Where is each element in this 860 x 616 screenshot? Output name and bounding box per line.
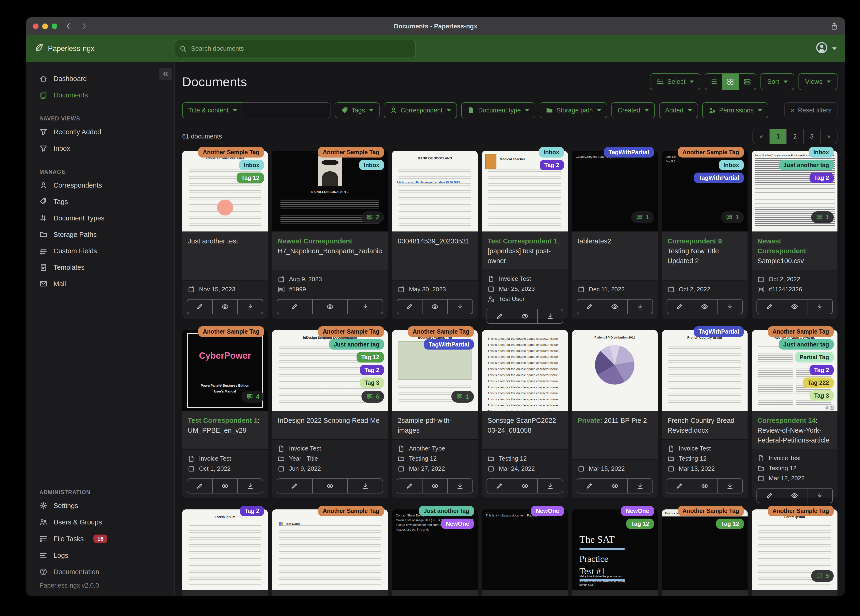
document-thumbnail[interactable]: Lorem ipsum (182, 509, 268, 590)
search-input[interactable] (175, 40, 416, 57)
tag-badge[interactable]: TagWithPartial (694, 326, 744, 337)
sidebar-item-templates[interactable]: Templates (26, 259, 174, 276)
document-card[interactable]: BANK OF SCOTLAND2,0 % p. a. auf Ihr Tage… (392, 151, 478, 319)
document-title[interactable]: 2sample-pdf-with-images (392, 411, 478, 440)
minimize-window-button[interactable] (42, 24, 48, 29)
comments-badge[interactable]: 1 (811, 211, 834, 223)
tag-badge[interactable]: Tag 12 (237, 173, 264, 183)
document-thumbnail[interactable]: This is a test for the double space char… (482, 330, 568, 411)
download-button[interactable] (448, 479, 473, 493)
tag-badge[interactable]: Another Sample Tag (318, 147, 384, 157)
user-menu[interactable] (815, 41, 836, 56)
sidebar-item-settings[interactable]: Settings (26, 497, 174, 514)
comments-badge[interactable]: 2 (361, 211, 384, 223)
sidebar-item-documentation[interactable]: Documentation (26, 564, 174, 580)
download-button[interactable] (538, 309, 563, 323)
back-icon[interactable] (64, 22, 73, 30)
download-button[interactable] (538, 479, 563, 493)
document-thumbnail[interactable]: BANK OF SCOTLAND2,0 % p. a. auf Ihr Tage… (392, 151, 478, 231)
tag-badge[interactable]: Another Sample Tag (678, 506, 744, 516)
sidebar-item-recently-added[interactable]: Recently Added (26, 124, 174, 140)
download-button[interactable] (348, 479, 383, 493)
view-button[interactable] (692, 300, 717, 314)
download-button[interactable] (238, 300, 263, 314)
tag-badge[interactable]: Tag 12 (626, 519, 654, 529)
tag-badge[interactable]: Tag 2 (360, 365, 384, 376)
edit-button[interactable] (487, 309, 512, 323)
tag-badge[interactable]: NewOne (441, 519, 474, 529)
select-button[interactable]: Select (650, 73, 701, 90)
title-content-filter-input[interactable] (243, 102, 331, 118)
edit-button[interactable] (577, 479, 603, 493)
document-title[interactable]: 0004814539_20230531 (392, 231, 478, 281)
pagination-prev[interactable]: « (753, 129, 770, 144)
document-title[interactable] (272, 590, 388, 596)
document-title[interactable]: Correspondent 9: Testing New Title Updat… (662, 231, 748, 281)
tag-badge[interactable]: Partial Tag (795, 352, 834, 363)
document-card[interactable]: Country,Region/State,"City"TagWithPartia… (572, 151, 658, 319)
sidebar-item-mail[interactable]: Mail (26, 276, 174, 292)
document-card[interactable]: This is a test for the double space char… (482, 330, 568, 498)
list-view-button[interactable] (705, 74, 722, 90)
document-title[interactable] (392, 590, 478, 596)
correspondent-link[interactable]: Correspondent 14 (757, 417, 816, 424)
download-button[interactable] (717, 300, 742, 314)
download-button[interactable] (717, 479, 742, 493)
document-title[interactable]: Private: 2011 BP Pie 2 (572, 411, 658, 460)
pagination-next[interactable]: » (821, 129, 837, 144)
document-card[interactable]: Review of Arbitral AwardsAnother Sample … (752, 330, 838, 498)
correspondent-link[interactable]: Private (578, 417, 600, 424)
tag-badge[interactable]: Just another tag (419, 506, 474, 516)
tag-badge[interactable]: Another Sample Tag (768, 326, 834, 337)
edit-button[interactable] (487, 479, 512, 493)
document-card[interactable]: Serial Number,Company Name,Employee Mark… (752, 151, 838, 319)
sidebar-item-file-tasks[interactable]: File Tasks16 (26, 530, 174, 547)
edit-button[interactable] (667, 300, 692, 314)
document-card[interactable]: The SATPractice Test #1Make time to take… (572, 509, 658, 596)
sidebar-item-custom-fields[interactable]: Custom Fields (26, 243, 174, 259)
download-button[interactable] (348, 300, 383, 314)
document-title[interactable]: tablerates2 (572, 231, 658, 281)
download-button[interactable] (448, 300, 473, 314)
correspondent-link[interactable]: Newest Correspondent (757, 237, 806, 255)
comments-badge[interactable]: 4 (242, 391, 264, 402)
tag-badge[interactable]: Inbox (359, 160, 384, 170)
edit-button[interactable] (187, 479, 213, 493)
document-title[interactable]: Test Correspondent 1: [paperless] test p… (482, 231, 568, 270)
view-button[interactable] (213, 479, 238, 493)
document-thumbnail[interactable]: Patient BP Distribution 2011 (572, 330, 658, 411)
grid-view-button[interactable] (722, 74, 739, 90)
document-card[interactable]: one,1.0 five,5.0Another Sample TagInboxT… (662, 151, 748, 319)
document-thumbnail[interactable]: Test Name (272, 509, 388, 590)
title-content-filter-button[interactable]: Title & content (182, 102, 243, 118)
view-button[interactable] (512, 479, 538, 493)
document-card[interactable]: NAPOLEON BONAPARTEAnother Sample TagInbo… (272, 151, 388, 319)
document-card[interactable]: Lorem ipsumTag 2 (182, 509, 268, 596)
tag-badge[interactable]: Tag 222 (803, 377, 834, 388)
tag-badge[interactable]: Tag 3 (810, 390, 834, 401)
document-type-filter-button[interactable]: Document type (461, 102, 535, 118)
tag-badge[interactable]: Just another tag (779, 339, 834, 350)
tag-badge[interactable]: Tag 2 (540, 160, 564, 170)
document-card[interactable]: This is a testAnother Sample TagTag 12 (662, 509, 748, 596)
document-title[interactable] (572, 590, 658, 596)
document-title[interactable]: Test Correspondent 1: UM_PPBE_en_v29 (182, 411, 268, 450)
collapse-sidebar-button[interactable] (159, 68, 172, 80)
download-button[interactable] (807, 300, 832, 314)
tag-badge[interactable]: Just another tag (779, 160, 834, 170)
download-button[interactable] (628, 479, 653, 493)
tag-badge[interactable]: Tag 3 (360, 377, 384, 388)
view-button[interactable] (782, 489, 808, 503)
view-button[interactable] (602, 479, 628, 493)
view-button[interactable] (313, 479, 348, 493)
document-title[interactable]: French Country Bread Revised.docx (662, 411, 748, 440)
comments-badge[interactable]: 6 (361, 391, 384, 402)
document-title[interactable]: Newest Correspondent: H7_Napoleon_Bonapa… (272, 231, 388, 270)
document-title[interactable] (182, 590, 268, 596)
correspondent-filter-button[interactable]: Correspondent (384, 102, 457, 118)
pagination-page-2[interactable]: 2 (787, 129, 804, 144)
tag-badge[interactable]: Another Sample Tag (198, 147, 264, 157)
tag-badge[interactable]: NewOne (621, 506, 654, 516)
view-button[interactable] (313, 300, 348, 314)
download-button[interactable] (807, 489, 832, 503)
